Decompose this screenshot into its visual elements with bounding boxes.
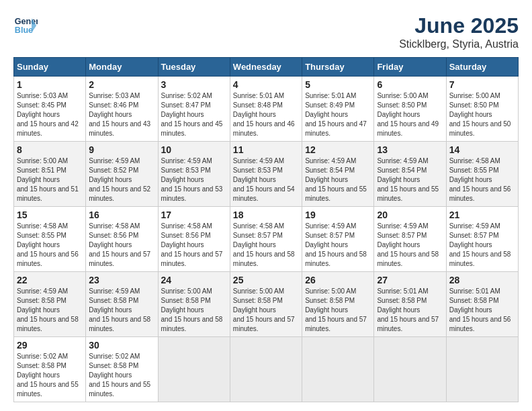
table-row: 3Sunrise: 5:02 AMSunset: 8:47 PMDaylight… xyxy=(158,77,230,142)
calendar-title: June 2025 xyxy=(399,13,519,38)
day-number: 21 xyxy=(449,210,515,220)
table-row: 5Sunrise: 5:01 AMSunset: 8:49 PMDaylight… xyxy=(302,77,374,142)
table-row: 22Sunrise: 4:59 AMSunset: 8:58 PMDayligh… xyxy=(14,272,86,337)
table-row: 7Sunrise: 5:00 AMSunset: 8:50 PMDaylight… xyxy=(446,77,518,142)
table-row: 25Sunrise: 5:00 AMSunset: 8:58 PMDayligh… xyxy=(230,272,302,337)
day-number: 8 xyxy=(17,144,83,155)
day-info: Sunrise: 5:02 AMSunset: 8:47 PMDaylight … xyxy=(161,91,227,138)
header-thursday: Thursday xyxy=(302,58,374,77)
day-number: 29 xyxy=(17,340,83,351)
day-info: Sunrise: 4:59 AMSunset: 8:57 PMDaylight … xyxy=(305,222,371,269)
title-area: June 2025 Sticklberg, Styria, Austria xyxy=(399,13,519,50)
table-row: 27Sunrise: 5:01 AMSunset: 8:58 PMDayligh… xyxy=(374,272,446,337)
day-number: 5 xyxy=(305,79,371,90)
day-info: Sunrise: 5:00 AMSunset: 8:58 PMDaylight … xyxy=(233,287,299,334)
day-number: 17 xyxy=(161,210,227,220)
day-info: Sunrise: 4:59 AMSunset: 8:54 PMDaylight … xyxy=(305,156,371,203)
table-row: 9Sunrise: 4:59 AMSunset: 8:52 PMDaylight… xyxy=(86,142,158,207)
table-row: 14Sunrise: 4:58 AMSunset: 8:55 PMDayligh… xyxy=(446,142,518,207)
day-number: 15 xyxy=(17,210,83,220)
table-row xyxy=(302,337,374,402)
day-number: 22 xyxy=(17,275,83,285)
day-info: Sunrise: 5:03 AMSunset: 8:46 PMDaylight … xyxy=(89,91,154,138)
header-tuesday: Tuesday xyxy=(158,58,230,77)
day-number: 1 xyxy=(17,79,83,90)
table-row: 15Sunrise: 4:58 AMSunset: 8:55 PMDayligh… xyxy=(14,207,86,272)
day-number: 9 xyxy=(89,144,154,155)
day-info: Sunrise: 4:58 AMSunset: 8:55 PMDaylight … xyxy=(449,156,515,203)
table-row: 24Sunrise: 5:00 AMSunset: 8:58 PMDayligh… xyxy=(158,272,230,337)
table-row: 13Sunrise: 4:59 AMSunset: 8:54 PMDayligh… xyxy=(374,142,446,207)
header-monday: Monday xyxy=(86,58,158,77)
day-number: 19 xyxy=(305,210,371,220)
day-info: Sunrise: 5:00 AMSunset: 8:58 PMDaylight … xyxy=(161,287,227,334)
day-info: Sunrise: 5:03 AMSunset: 8:45 PMDaylight … xyxy=(17,91,83,138)
calendar-header-row: Sunday Monday Tuesday Wednesday Thursday… xyxy=(14,58,519,77)
header-friday: Friday xyxy=(374,58,446,77)
day-number: 4 xyxy=(233,79,299,90)
table-row: 26Sunrise: 5:00 AMSunset: 8:58 PMDayligh… xyxy=(302,272,374,337)
table-row: 4Sunrise: 5:01 AMSunset: 8:48 PMDaylight… xyxy=(230,77,302,142)
logo: General Blue xyxy=(13,13,38,38)
table-row: 10Sunrise: 4:59 AMSunset: 8:53 PMDayligh… xyxy=(158,142,230,207)
table-row: 1Sunrise: 5:03 AMSunset: 8:45 PMDaylight… xyxy=(14,77,86,142)
day-info: Sunrise: 4:58 AMSunset: 8:56 PMDaylight … xyxy=(89,222,154,269)
table-row: 12Sunrise: 4:59 AMSunset: 8:54 PMDayligh… xyxy=(302,142,374,207)
day-number: 6 xyxy=(377,79,443,90)
day-number: 2 xyxy=(89,79,154,90)
day-number: 10 xyxy=(161,144,227,155)
day-info: Sunrise: 4:59 AMSunset: 8:54 PMDaylight … xyxy=(377,156,443,203)
day-number: 18 xyxy=(233,210,299,220)
day-info: Sunrise: 4:59 AMSunset: 8:58 PMDaylight … xyxy=(89,287,154,334)
table-row: 17Sunrise: 4:58 AMSunset: 8:56 PMDayligh… xyxy=(158,207,230,272)
day-number: 28 xyxy=(449,275,515,285)
day-info: Sunrise: 5:01 AMSunset: 8:58 PMDaylight … xyxy=(449,287,515,334)
day-number: 23 xyxy=(89,275,154,285)
day-number: 27 xyxy=(377,275,443,285)
day-number: 13 xyxy=(377,144,443,155)
day-info: Sunrise: 4:59 AMSunset: 8:58 PMDaylight … xyxy=(17,287,83,334)
day-number: 7 xyxy=(449,79,515,90)
day-number: 14 xyxy=(449,144,515,155)
day-info: Sunrise: 5:00 AMSunset: 8:50 PMDaylight … xyxy=(377,91,443,138)
table-row: 19Sunrise: 4:59 AMSunset: 8:57 PMDayligh… xyxy=(302,207,374,272)
table-row xyxy=(158,337,230,402)
day-info: Sunrise: 4:59 AMSunset: 8:57 PMDaylight … xyxy=(449,222,515,269)
day-info: Sunrise: 4:59 AMSunset: 8:57 PMDaylight … xyxy=(377,222,443,269)
day-number: 26 xyxy=(305,275,371,285)
day-info: Sunrise: 4:59 AMSunset: 8:53 PMDaylight … xyxy=(161,156,227,203)
table-row xyxy=(230,337,302,402)
calendar-table: Sunday Monday Tuesday Wednesday Thursday… xyxy=(13,57,519,402)
day-number: 11 xyxy=(233,144,299,155)
day-info: Sunrise: 4:58 AMSunset: 8:55 PMDaylight … xyxy=(17,222,83,269)
header-saturday: Saturday xyxy=(446,58,518,77)
day-info: Sunrise: 5:01 AMSunset: 8:58 PMDaylight … xyxy=(377,287,443,334)
svg-text:Blue: Blue xyxy=(15,26,33,35)
day-info: Sunrise: 5:00 AMSunset: 8:51 PMDaylight … xyxy=(17,156,83,203)
logo-icon: General Blue xyxy=(13,13,38,38)
header-sunday: Sunday xyxy=(14,58,86,77)
table-row xyxy=(374,337,446,402)
day-number: 24 xyxy=(161,275,227,285)
day-number: 12 xyxy=(305,144,371,155)
day-number: 30 xyxy=(89,340,154,351)
day-info: Sunrise: 4:59 AMSunset: 8:53 PMDaylight … xyxy=(233,156,299,203)
day-info: Sunrise: 4:58 AMSunset: 8:56 PMDaylight … xyxy=(161,222,227,269)
day-info: Sunrise: 5:00 AMSunset: 8:58 PMDaylight … xyxy=(305,287,371,334)
day-number: 3 xyxy=(161,79,227,90)
table-row: 21Sunrise: 4:59 AMSunset: 8:57 PMDayligh… xyxy=(446,207,518,272)
table-row: 8Sunrise: 5:00 AMSunset: 8:51 PMDaylight… xyxy=(14,142,86,207)
calendar-subtitle: Sticklberg, Styria, Austria xyxy=(399,38,519,50)
table-row: 29Sunrise: 5:02 AMSunset: 8:58 PMDayligh… xyxy=(14,337,86,402)
table-row: 30Sunrise: 5:02 AMSunset: 8:58 PMDayligh… xyxy=(86,337,158,402)
day-info: Sunrise: 5:01 AMSunset: 8:48 PMDaylight … xyxy=(233,91,299,138)
day-info: Sunrise: 5:01 AMSunset: 8:49 PMDaylight … xyxy=(305,91,371,138)
page-header: General Blue June 2025 Sticklberg, Styri… xyxy=(13,13,519,50)
table-row: 23Sunrise: 4:59 AMSunset: 8:58 PMDayligh… xyxy=(86,272,158,337)
table-row: 20Sunrise: 4:59 AMSunset: 8:57 PMDayligh… xyxy=(374,207,446,272)
day-info: Sunrise: 4:58 AMSunset: 8:57 PMDaylight … xyxy=(233,222,299,269)
table-row: 6Sunrise: 5:00 AMSunset: 8:50 PMDaylight… xyxy=(374,77,446,142)
table-row: 11Sunrise: 4:59 AMSunset: 8:53 PMDayligh… xyxy=(230,142,302,207)
day-info: Sunrise: 5:02 AMSunset: 8:58 PMDaylight … xyxy=(17,352,83,399)
table-row: 18Sunrise: 4:58 AMSunset: 8:57 PMDayligh… xyxy=(230,207,302,272)
